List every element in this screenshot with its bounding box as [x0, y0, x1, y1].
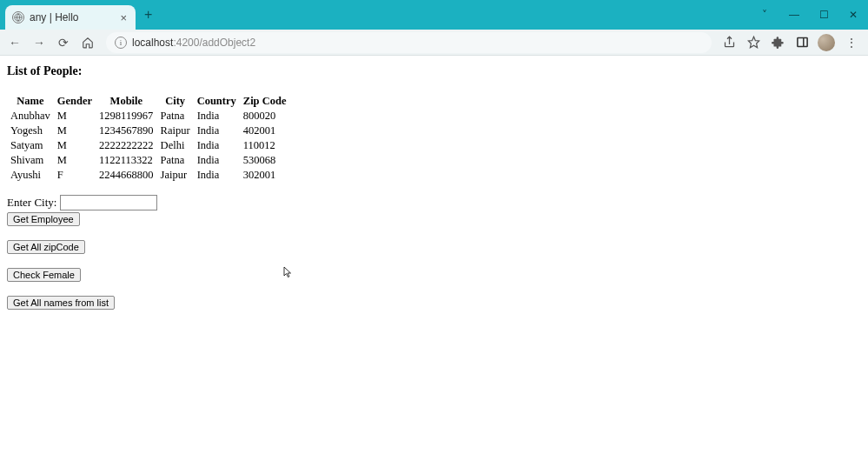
cell-name: Ayushi [7, 168, 54, 183]
col-name: Name [7, 94, 54, 109]
close-icon[interactable]: × [118, 11, 129, 24]
col-zip: Zip Code [240, 94, 290, 109]
cell-mobile: 1122113322 [96, 153, 157, 168]
star-icon[interactable] [745, 34, 762, 51]
cell-city: Patna [157, 153, 194, 168]
table-header-row: Name Gender Mobile City Country Zip Code [7, 94, 289, 109]
home-icon[interactable] [78, 33, 97, 52]
cell-zip: 402001 [240, 124, 290, 138]
table-row: AyushiF2244668800JaipurIndia302001 [7, 168, 289, 183]
browser-tab[interactable]: any | Hello × [5, 5, 136, 30]
cell-gender: M [54, 109, 96, 124]
get-employee-button[interactable]: Get Employee [7, 212, 80, 226]
cell-zip: 800020 [240, 109, 290, 124]
cell-mobile: 1298119967 [96, 109, 157, 124]
page-heading: List of People: [7, 64, 861, 78]
svg-marker-1 [748, 37, 759, 48]
cell-zip: 110012 [240, 138, 290, 153]
cell-zip: 530068 [240, 153, 290, 168]
window-close-icon[interactable]: ✕ [838, 9, 868, 21]
people-table: Name Gender Mobile City Country Zip Code… [7, 94, 289, 183]
page-content: List of People: Name Gender Mobile City … [0, 56, 868, 318]
cell-name: Satyam [7, 138, 54, 153]
table-row: YogeshM1234567890RaipurIndia402001 [7, 124, 289, 138]
enter-city-label: Enter City: [7, 196, 56, 210]
browser-titlebar: any | Hello × + ˅ ― ☐ ✕ [0, 0, 868, 30]
cell-country: India [194, 153, 240, 168]
panel-icon[interactable] [793, 34, 811, 51]
check-female-button[interactable]: Check Female [7, 268, 81, 282]
col-city: City [157, 94, 194, 109]
cell-country: India [194, 138, 240, 153]
col-mobile: Mobile [96, 94, 157, 109]
tab-title: any | Hello [30, 11, 78, 23]
cell-country: India [194, 109, 240, 124]
table-row: SatyamM2222222222DelhiIndia110012 [7, 138, 289, 153]
cell-city: Raipur [157, 124, 194, 138]
globe-icon [12, 11, 24, 23]
browser-toolbar: ← → ⟳ i localhost:4200/addObject2 ⋮ [0, 30, 868, 56]
city-form-row: Enter City: [7, 195, 861, 210]
cell-gender: M [54, 153, 96, 168]
cell-mobile: 2244668800 [96, 168, 157, 183]
cell-gender: M [54, 124, 96, 138]
share-icon[interactable] [720, 34, 738, 51]
cell-mobile: 2222222222 [96, 138, 157, 153]
forward-icon[interactable]: → [30, 33, 49, 52]
col-country: Country [194, 94, 240, 109]
cell-zip: 302001 [240, 168, 290, 183]
cell-gender: M [54, 138, 96, 153]
address-bar[interactable]: i localhost:4200/addObject2 [106, 32, 712, 53]
cell-name: Anubhav [7, 109, 54, 124]
table-row: ShivamM1122113322PatnaIndia530068 [7, 153, 289, 168]
menu-icon[interactable]: ⋮ [842, 34, 859, 51]
site-info-icon[interactable]: i [115, 37, 127, 49]
cell-country: India [194, 124, 240, 138]
city-input[interactable] [60, 195, 157, 210]
svg-rect-2 [797, 38, 806, 47]
cell-city: Delhi [157, 138, 194, 153]
caret-down-icon[interactable]: ˅ [750, 9, 779, 21]
profile-avatar[interactable] [818, 34, 835, 51]
cell-mobile: 1234567890 [96, 124, 157, 138]
cell-city: Jaipur [157, 168, 194, 183]
minimize-icon[interactable]: ― [779, 9, 809, 21]
get-all-zipcode-button[interactable]: Get All zipCode [7, 240, 85, 254]
table-row: AnubhavM1298119967PatnaIndia800020 [7, 109, 289, 124]
cell-city: Patna [157, 109, 194, 124]
extensions-icon[interactable] [769, 34, 786, 51]
back-icon[interactable]: ← [5, 33, 24, 52]
url-text: localhost:4200/addObject2 [132, 37, 255, 49]
new-tab-button[interactable]: + [136, 7, 161, 23]
cell-gender: F [54, 168, 96, 183]
col-gender: Gender [54, 94, 96, 109]
cell-name: Yogesh [7, 124, 54, 138]
cell-country: India [194, 168, 240, 183]
maximize-icon[interactable]: ☐ [809, 9, 838, 21]
cell-name: Shivam [7, 153, 54, 168]
window-controls: ˅ ― ☐ ✕ [750, 0, 868, 30]
get-all-names-button[interactable]: Get All names from list [7, 296, 115, 310]
reload-icon[interactable]: ⟳ [54, 33, 73, 52]
